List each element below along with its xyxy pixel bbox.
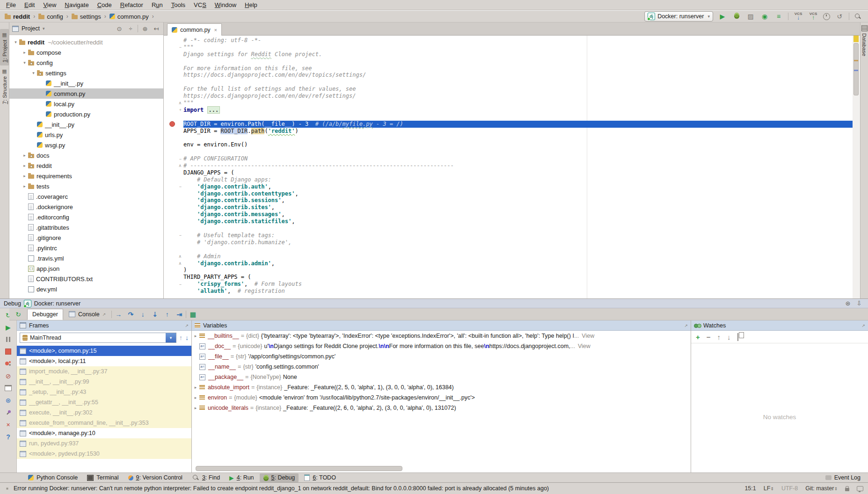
float-icon[interactable]: ↗ [861, 323, 865, 328]
menu-view[interactable]: View [39, 0, 60, 10]
fold-marker-icon[interactable]: − [179, 45, 182, 50]
frame-row[interactable]: __getattr__, __init__.py:55 [17, 397, 191, 407]
code-line[interactable] [164, 58, 853, 65]
next-frame-button[interactable]: ↓ [185, 334, 189, 341]
code-line[interactable]: 'django.contrib.messages', [164, 211, 853, 218]
code-line[interactable]: ROOT_DIR = environ.Path(__file__) - 3 # … [164, 121, 853, 128]
code-line[interactable]: ∧ # Admin [164, 253, 853, 260]
help-icon[interactable]: ? [4, 433, 13, 441]
run-with-coverage-button[interactable]: ▨ [746, 13, 755, 20]
view-link[interactable]: View [579, 333, 594, 339]
tab-console[interactable]: Console ↗ [64, 309, 110, 320]
code-line[interactable]: env = environ.Env() [164, 141, 853, 148]
tree-item-wsgi-py[interactable]: wsgi.py [9, 140, 163, 150]
code-line[interactable]: ∧# -------------------------------------… [164, 162, 853, 169]
tree-item-tests[interactable]: ▸tests [9, 181, 163, 191]
settings-gear-icon[interactable]: ⊛ [4, 396, 13, 404]
editor-gutter[interactable]: − [164, 157, 183, 161]
breadcrumb-item-config[interactable]: config [37, 13, 64, 20]
editor-gutter[interactable]: + [164, 108, 183, 112]
tree-item--gitattributes[interactable]: .gitattributes [9, 222, 163, 232]
run-to-cursor-button[interactable]: ⇥ [174, 311, 185, 318]
frame-row[interactable]: <module>, common.py:15 [17, 346, 191, 356]
code-line[interactable]: −# APP CONFIGURATION [164, 155, 853, 162]
tool-window-button-structure[interactable]: ▦7: Structure [0, 65, 9, 107]
code-line[interactable]: ∧ 'django.contrib.admin', [164, 260, 853, 267]
fold-marker-icon[interactable]: − [179, 157, 182, 161]
editor-gutter[interactable]: ∧ [164, 101, 183, 105]
chevron-right-icon[interactable]: ▸ [21, 50, 28, 55]
chevron-down-icon[interactable]: ▾ [43, 26, 45, 31]
chevron-right-icon[interactable]: ▸ [192, 395, 199, 400]
variable-row[interactable]: a=__file__={str}'/app/config/settings/co… [192, 351, 691, 362]
tool-window-button-terminal[interactable]: Terminal [83, 473, 122, 482]
frame-row[interactable]: execute_from_command_line, __init__.py:3… [17, 418, 191, 428]
breakpoint-icon[interactable] [169, 121, 175, 127]
tree-item-app-json[interactable]: { }app.json [9, 263, 163, 274]
code-line[interactable]: APPS_DIR = ROOT_DIR.path('reddit') [164, 128, 853, 135]
caret-position[interactable]: 15:1 [744, 485, 756, 492]
code-editor[interactable]: # -*- coding: utf-8 -*-−"""Django settin… [164, 36, 853, 298]
code-line[interactable] [164, 114, 853, 121]
chevron-right-icon[interactable]: ▸ [21, 184, 28, 189]
fold-marker-icon[interactable]: ∧ [178, 163, 182, 168]
mute-breakpoints-button[interactable]: ⊘ [4, 372, 13, 380]
search-everywhere-button[interactable] [854, 13, 861, 20]
code-line[interactable]: DJANGO_APPS = ( [164, 169, 853, 176]
code-line[interactable]: ) [164, 267, 853, 274]
menu-window[interactable]: Window [211, 0, 241, 10]
tree-item--gitignore[interactable]: .gitignore [9, 232, 163, 243]
variable-row[interactable]: ▸environ={module}<module 'environ' from … [192, 392, 691, 403]
code-line[interactable]: +import ... [164, 107, 853, 114]
editor-gutter[interactable]: − [164, 45, 183, 50]
copy-icon[interactable] [737, 334, 738, 341]
vcs-update-button[interactable]: VCS↓ [793, 12, 803, 21]
tool-window-button-debug[interactable]: 5: Debug [260, 473, 299, 482]
add-watch-button[interactable]: + [696, 333, 700, 341]
code-line[interactable]: https://docs.djangoproject.com/en/dev/re… [164, 93, 853, 100]
chevron-down-icon[interactable]: ▾ [12, 40, 19, 44]
tree-item-urls-py[interactable]: urls.py [9, 130, 163, 140]
view-link[interactable]: View [575, 343, 591, 349]
fold-marker-icon[interactable]: − [179, 282, 182, 287]
chevron-right-icon[interactable]: ▸ [192, 406, 199, 410]
tree-item-__init__-py[interactable]: __init__.py [9, 119, 163, 130]
frame-row[interactable]: __init__, __init__.py:99 [17, 377, 191, 387]
step-out-button[interactable]: ↑ [161, 311, 173, 318]
fold-marker-icon[interactable]: − [179, 233, 182, 238]
fold-marker-icon[interactable]: − [179, 184, 182, 189]
code-line[interactable]: − # Useful template tags: [164, 232, 853, 239]
restore-layout-button[interactable] [4, 384, 13, 392]
git-branch-indicator[interactable]: Git: master⇕ [805, 485, 838, 492]
tree-item--editorconfig[interactable]: .editorconfig [9, 212, 163, 222]
tool-window-button-database[interactable]: Database [861, 22, 868, 59]
tool-window-button-todo[interactable]: 6: TODO [300, 473, 340, 482]
run-button[interactable]: ▶ [718, 13, 727, 20]
code-line[interactable]: # 'django.contrib.humanize', [164, 239, 853, 246]
frame-row[interactable]: <module>, local.py:11 [17, 356, 191, 366]
editor-gutter[interactable]: − [164, 282, 183, 287]
code-line[interactable]: THIRD_PARTY_APPS = ( [164, 274, 853, 281]
evaluate-expression-button[interactable]: ▦ [187, 311, 198, 318]
code-line[interactable] [164, 225, 853, 232]
fold-marker-icon[interactable]: + [179, 108, 182, 112]
menu-tools[interactable]: Tools [167, 0, 190, 10]
debug-button[interactable] [732, 13, 741, 20]
fold-marker-icon[interactable]: ∧ [178, 254, 182, 259]
code-line[interactable]: 'django.contrib.sessions', [164, 197, 853, 204]
menu-help[interactable]: Help [241, 0, 262, 10]
code-line[interactable]: https://docs.djangoproject.com/en/dev/to… [164, 72, 853, 79]
editor-tab-common-py[interactable]: common.py × [167, 23, 222, 36]
move-watch-up-button[interactable]: ↑ [717, 333, 721, 341]
editor-gutter[interactable] [164, 121, 183, 127]
step-over-button[interactable]: ↷ [125, 311, 136, 318]
tree-item-local-py[interactable]: local.py [9, 99, 163, 109]
tree-item--dockerignore[interactable]: .dockerignore [9, 202, 163, 212]
variable-row[interactable]: a=__name__={str}'config.settings.common' [192, 362, 691, 372]
code-line[interactable]: ∧""" [164, 100, 853, 107]
undo-button[interactable]: ↺ [835, 13, 844, 20]
code-line[interactable]: −""" [164, 44, 853, 51]
code-line[interactable] [164, 134, 853, 141]
float-icon[interactable]: ↗ [684, 323, 688, 328]
breadcrumb-item-reddit[interactable]: reddit [4, 13, 31, 20]
